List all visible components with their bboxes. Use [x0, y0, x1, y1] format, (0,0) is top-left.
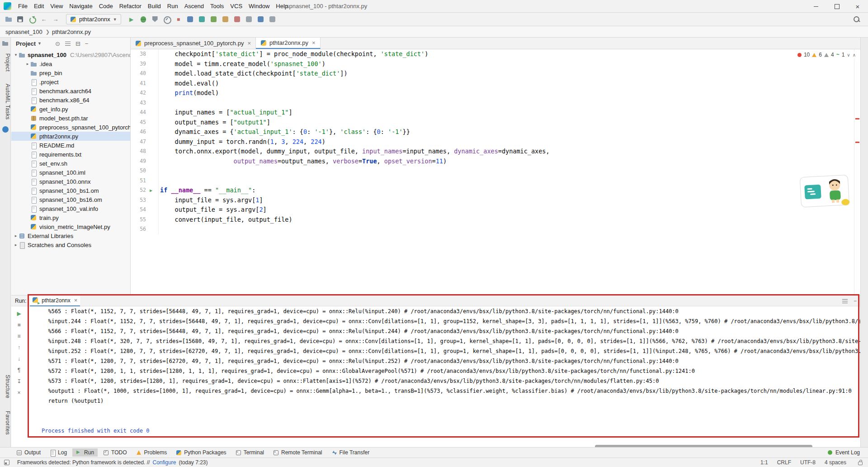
- maximize-button[interactable]: [826, 0, 847, 13]
- gutter-run-icon[interactable]: [146, 98, 159, 108]
- gutter-run-icon[interactable]: [146, 215, 159, 225]
- lock-icon[interactable]: [858, 462, 863, 465]
- gutter-run-icon[interactable]: [146, 176, 159, 186]
- run-tab[interactable]: pthtar2onnx ×: [30, 295, 80, 306]
- breadcrumb-item[interactable]: pthtar2onnx.py ❯: [52, 29, 91, 35]
- settings-icon[interactable]: [65, 40, 71, 47]
- line-number[interactable]: 50: [131, 166, 146, 176]
- toolwindow-log[interactable]: Log: [46, 448, 71, 457]
- soft-wrap-icon[interactable]: ¶: [15, 367, 23, 374]
- line-number[interactable]: 39: [131, 59, 146, 69]
- gutter-run-icon[interactable]: [146, 166, 159, 176]
- menu-item[interactable]: Run: [164, 0, 181, 13]
- tree-item[interactable]: spnasnet_100_bs1.om: [11, 186, 130, 195]
- menu-item[interactable]: VCS: [227, 0, 245, 13]
- ascend-tool-icon[interactable]: [185, 14, 195, 24]
- hide-panel-icon[interactable]: −: [85, 40, 89, 47]
- scroll-to-end-icon[interactable]: ↧: [15, 378, 23, 385]
- line-number[interactable]: 51: [131, 176, 146, 186]
- toolwindow-output[interactable]: Output: [13, 448, 44, 457]
- tree-item[interactable]: ▸ External Libraries: [11, 231, 130, 240]
- editor-tab[interactable]: preprocess_spnasnet_100_pytorch.py ×: [131, 38, 256, 49]
- status-widget[interactable]: CRLF: [777, 459, 791, 466]
- line-number[interactable]: 49: [131, 157, 146, 167]
- back-icon[interactable]: ←: [39, 14, 49, 24]
- toolwindow-terminal[interactable]: Terminal: [232, 448, 268, 457]
- line-number[interactable]: 53: [131, 195, 146, 205]
- tree-item[interactable]: train.py: [11, 213, 130, 222]
- menu-item[interactable]: Refactor: [116, 0, 145, 13]
- sidebar-item-favorites[interactable]: Favorites: [0, 409, 11, 437]
- line-number[interactable]: 47: [131, 137, 146, 147]
- toolwindow-todo[interactable]: TODO: [99, 448, 130, 457]
- tree-item[interactable]: spnasnet_100_bs16.om: [11, 195, 130, 204]
- up-stack-trace-icon[interactable]: ↑: [15, 344, 23, 351]
- stop-icon[interactable]: ■: [174, 14, 184, 24]
- breadcrumb-item[interactable]: spnasnet_100 ❯: [5, 29, 52, 35]
- menu-item[interactable]: Ascend: [181, 0, 207, 13]
- coverage-icon[interactable]: [150, 14, 160, 24]
- tree-item[interactable]: prep_bin: [11, 68, 130, 77]
- tree-item[interactable]: spnasnet_100.iml: [11, 168, 130, 177]
- status-widget[interactable]: 4 spaces: [825, 459, 846, 466]
- tree-item[interactable]: requirements.txt: [11, 150, 130, 159]
- tree-item[interactable]: pthtar2onnx.py: [11, 132, 130, 141]
- run-configuration-select[interactable]: pthtar2onnx ▼: [66, 14, 121, 24]
- sidebar-item-project[interactable]: Project: [0, 49, 11, 76]
- code-area[interactable]: 38 checkpoint['state_dict'] = proc_node_…: [131, 49, 854, 295]
- toolwindow-event-log[interactable]: Event Log: [824, 448, 863, 457]
- menu-item[interactable]: File: [15, 0, 31, 13]
- project-tool-icon[interactable]: [2, 40, 9, 47]
- line-number[interactable]: 43: [131, 98, 146, 108]
- gutter-run-icon[interactable]: [146, 108, 159, 118]
- error-stripe[interactable]: [854, 49, 860, 295]
- menu-item[interactable]: Navigate: [66, 0, 95, 13]
- line-number[interactable]: 45: [131, 118, 146, 128]
- ascend-tool-icon[interactable]: [256, 14, 266, 24]
- down-stack-trace-icon[interactable]: ↓: [15, 355, 23, 362]
- ascend-tool-icon[interactable]: [244, 14, 254, 24]
- line-number[interactable]: 48: [131, 147, 146, 157]
- tree-item[interactable]: ▸ Scratches and Consoles: [11, 240, 130, 249]
- gutter-run-icon[interactable]: [146, 195, 159, 205]
- settings-icon[interactable]: [842, 298, 848, 304]
- gutter-run-icon[interactable]: [146, 118, 159, 128]
- line-number[interactable]: 40: [131, 69, 146, 79]
- select-opened-file-icon[interactable]: ⊙: [55, 40, 60, 47]
- tree-item[interactable]: benchmark.aarch64: [11, 86, 130, 95]
- gutter-run-icon[interactable]: [146, 157, 159, 167]
- project-panel-title[interactable]: Project: [16, 40, 36, 47]
- tree-expand-icon[interactable]: ▸: [25, 62, 30, 66]
- ascend-tool-icon[interactable]: [268, 14, 278, 24]
- inspections-widget[interactable]: 10 6 4 ~ 1 ∨ ∧: [796, 51, 858, 58]
- sidebar-item-automl-tasks[interactable]: AutoML Tasks: [0, 81, 11, 123]
- toolwindow-file-transfer[interactable]: File Transfer: [327, 448, 373, 457]
- chevron-down-icon[interactable]: ▼: [38, 41, 42, 46]
- error-stripe-mark[interactable]: [855, 118, 859, 119]
- sidebar-item-structure[interactable]: Structure: [0, 372, 11, 401]
- line-number[interactable]: 42: [131, 88, 146, 98]
- line-number[interactable]: 44: [131, 108, 146, 118]
- tree-expand-icon[interactable]: ▸: [13, 234, 19, 238]
- stop-icon[interactable]: ■: [15, 321, 23, 329]
- line-number[interactable]: 52: [131, 186, 146, 195]
- restore-layout-icon[interactable]: ≡: [15, 333, 23, 340]
- menu-item[interactable]: Tools: [207, 0, 227, 13]
- tree-item[interactable]: benchmark.x86_64: [11, 95, 130, 105]
- toolwindow-python-packages[interactable]: Python Packages: [172, 448, 230, 457]
- gutter-run-icon[interactable]: [146, 59, 159, 69]
- rerun-icon[interactable]: ▶: [15, 310, 23, 317]
- tool-windows-icon[interactable]: [4, 459, 10, 466]
- search-icon[interactable]: [852, 14, 862, 24]
- save-all-icon[interactable]: [15, 14, 25, 24]
- gutter-run-icon[interactable]: [146, 69, 159, 79]
- tree-item[interactable]: preprocess_spnasnet_100_pytorch.py: [11, 123, 130, 132]
- automl-tasks-icon[interactable]: [2, 126, 9, 133]
- open-icon[interactable]: [4, 14, 14, 24]
- gutter-run-icon[interactable]: [146, 137, 159, 147]
- gutter-run-icon[interactable]: [146, 79, 159, 89]
- previous-problem-icon[interactable]: ∧: [853, 52, 856, 57]
- line-number[interactable]: 56: [131, 224, 146, 234]
- tree-expand-icon[interactable]: ▸: [13, 243, 19, 247]
- gutter-run-icon[interactable]: [146, 186, 159, 195]
